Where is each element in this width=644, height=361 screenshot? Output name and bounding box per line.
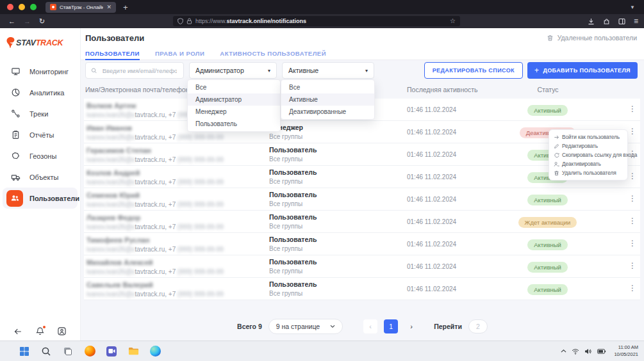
- table-row[interactable]: Михайлов Алексей ivanov.ivan26@stavtrack…: [84, 255, 640, 278]
- menu-item-delete-user[interactable]: Удалить пользователя: [549, 168, 627, 177]
- list-tabs-chevron-icon[interactable]: ▼: [630, 4, 635, 10]
- sidebar-item-reports[interactable]: Отчёты: [0, 124, 80, 145]
- reload-button[interactable]: ↻: [39, 18, 45, 25]
- filter-bar: Администратор ▾ Активные ▾ РЕДАКТИРОВАТЬ…: [85, 62, 638, 79]
- browser-tab[interactable]: СтавТрэк - Онлайн мониторин ✕: [45, 2, 116, 13]
- menu-item-edit[interactable]: Редактировать: [549, 141, 627, 150]
- window-zoom-button[interactable]: [30, 4, 37, 10]
- tab-user-activity[interactable]: АКТИВНОСТЬ ПОЛЬЗОВАТЕЛЕЙ: [220, 47, 326, 60]
- bookmark-star-icon[interactable]: ☆: [450, 18, 456, 24]
- dropdown-option[interactable]: Администратор: [188, 93, 280, 106]
- start-button-icon[interactable]: [18, 345, 31, 358]
- chevron-down-icon: ▾: [268, 68, 270, 74]
- plus-icon: +: [534, 67, 539, 74]
- user-name: Савельев Валерий: [87, 281, 153, 289]
- collapse-arrow-icon[interactable]: [13, 327, 22, 336]
- row-actions-kebab-icon[interactable]: ⋮: [629, 194, 636, 204]
- file-explorer-icon[interactable]: [127, 345, 140, 358]
- total-count: Всего 9: [237, 323, 262, 330]
- deleted-users-link[interactable]: Удаленные пользователи: [547, 34, 637, 42]
- back-button[interactable]: ←: [8, 18, 15, 25]
- taskbar-clock[interactable]: 11:00 AM 10/05/2021: [614, 344, 638, 357]
- row-actions-kebab-icon[interactable]: ⋮: [629, 261, 636, 271]
- next-page-button[interactable]: ›: [404, 319, 418, 333]
- row-actions-kebab-icon[interactable]: ⋮: [629, 284, 636, 294]
- new-tab-button[interactable]: +: [123, 3, 128, 12]
- user-role: Пользователь: [269, 258, 317, 266]
- sidebar-item-objects[interactable]: Объекты: [0, 166, 80, 188]
- sidebar-item-analytics[interactable]: Аналитика: [0, 82, 80, 103]
- downloads-icon[interactable]: [588, 18, 595, 25]
- battery-icon[interactable]: [597, 348, 606, 355]
- row-actions-kebab-icon[interactable]: ⋮: [629, 239, 636, 249]
- volume-icon[interactable]: [584, 348, 592, 355]
- dropdown-option[interactable]: Менеджер: [188, 106, 280, 118]
- tab-title: СтавТрэк - Онлайн мониторин: [60, 4, 103, 10]
- add-user-button[interactable]: + ДОБАВИТЬ ПОЛЬЗОВАТЕЛЯ: [527, 62, 638, 79]
- forward-button[interactable]: →: [24, 18, 31, 25]
- menu-hamburger-icon[interactable]: ≡: [634, 17, 638, 25]
- row-actions-kebab-icon[interactable]: ⋮: [629, 216, 636, 227]
- sidebar-item-tracks[interactable]: Треки: [0, 103, 80, 124]
- wifi-icon[interactable]: [572, 348, 579, 355]
- row-actions-kebab-icon[interactable]: ⋮: [629, 127, 636, 137]
- search-input[interactable]: [101, 67, 178, 75]
- trash-icon: [547, 35, 554, 42]
- user-name: Козлов Андрей: [87, 169, 140, 177]
- clock-time: 11:00 AM: [618, 344, 638, 350]
- teams-icon[interactable]: [105, 345, 118, 358]
- user-last-activity: 01:46 11.02.2024: [407, 285, 456, 293]
- user-email-phone: ivanov.ivan26@stavtrack.ru, +7 (999) 999…: [87, 268, 224, 275]
- firefox-icon[interactable]: [83, 345, 96, 358]
- dropdown-option[interactable]: Все: [281, 81, 374, 93]
- search-box[interactable]: [85, 62, 184, 79]
- window-minimize-button[interactable]: [19, 4, 25, 10]
- tab-users[interactable]: ПОЛЬЗОВАТЕЛИ: [85, 47, 140, 60]
- row-actions-kebab-icon[interactable]: ⋮: [629, 104, 636, 115]
- profile-icon[interactable]: [57, 326, 67, 336]
- menu-item-copy-login-link[interactable]: Скопировать ссылку для входа: [549, 150, 627, 159]
- dropdown-option[interactable]: Активные: [281, 93, 374, 106]
- user-groups: Все группы: [269, 200, 302, 207]
- tab-close-icon[interactable]: ✕: [106, 4, 111, 10]
- sidebar-panel-icon[interactable]: [618, 18, 625, 25]
- dropdown-option[interactable]: Все: [188, 81, 280, 93]
- dropdown-option[interactable]: Деактивированные: [281, 106, 374, 118]
- current-page-button[interactable]: 1: [384, 319, 398, 333]
- notifications-bell-icon[interactable]: [35, 326, 45, 336]
- goto-page-input[interactable]: 2: [468, 319, 488, 333]
- per-page-select[interactable]: 9 на странице: [268, 319, 343, 334]
- goto-label: Перейти: [434, 323, 462, 330]
- search-taskbar-icon[interactable]: [40, 345, 53, 358]
- role-filter-dropdown[interactable]: Администратор ▾: [189, 62, 277, 79]
- menu-item-login-as-user[interactable]: Войти как пользователь: [549, 132, 627, 141]
- tab-rights-roles[interactable]: ПРАВА И РОЛИ: [155, 47, 204, 60]
- edge-icon[interactable]: [149, 345, 161, 358]
- window-close-button[interactable]: [7, 4, 13, 10]
- user-name: Михайлов Алексей: [87, 259, 153, 266]
- row-actions-kebab-icon[interactable]: ⋮: [629, 172, 636, 182]
- table-row[interactable]: Лазарев Федор ivanov.ivan26@stavtrack.ru…: [84, 211, 640, 233]
- url-bar[interactable]: https://www.stavtrack.online/notificatio…: [173, 16, 460, 26]
- dropdown-option[interactable]: Пользователь: [188, 118, 280, 130]
- status-filter-dropdown[interactable]: Активные ▾: [282, 62, 374, 79]
- sidebar-item-geozones[interactable]: Геозоны: [0, 145, 80, 166]
- extensions-puzzle-icon[interactable]: [603, 18, 610, 25]
- users-icon: [6, 190, 23, 207]
- user-email-phone: ivanov.ivan26@stavtrack.ru, +7 (999) 999…: [87, 134, 224, 141]
- prev-page-button[interactable]: ‹: [363, 319, 377, 333]
- user-last-activity: 01:46 11.02.2024: [407, 173, 456, 180]
- stavtrack-logo[interactable]: STAVTRACK: [6, 36, 63, 49]
- edit-list-button[interactable]: РЕДАКТИРОВАТЬ СПИСОК: [424, 62, 523, 79]
- site-favicon-icon: [50, 4, 56, 10]
- user-groups: Все группы: [269, 290, 302, 297]
- sidebar-item-monitoring[interactable]: Мониторинг: [0, 61, 80, 82]
- tray-chevron-up-icon[interactable]: [561, 349, 566, 353]
- menu-item-deactivate[interactable]: Деактивировать: [549, 159, 627, 168]
- sidebar-item-users[interactable]: Пользователи: [3, 188, 78, 209]
- task-view-icon[interactable]: [62, 345, 74, 358]
- column-header-activity: Последняя активность: [407, 86, 478, 93]
- table-row[interactable]: Савельев Валерий ivanov.ivan26@stavtrack…: [84, 278, 640, 300]
- table-row[interactable]: Семенов Юрий ivanov.ivan26@stavtrack.ru,…: [84, 188, 640, 211]
- table-row[interactable]: Тимофеев Руслан ivanov.ivan26@stavtrack.…: [84, 233, 640, 255]
